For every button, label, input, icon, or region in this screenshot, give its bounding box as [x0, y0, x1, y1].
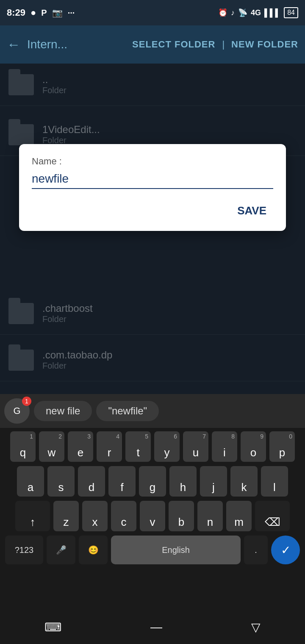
key-j[interactable]: j	[200, 466, 227, 497]
broadcast-icon: 📡	[238, 8, 247, 17]
status-left: 8:29 ● P 📷 ···	[7, 7, 75, 18]
keyboard-bottom-row: ?123 🎤 😊 English . ✓	[3, 536, 302, 564]
key-d[interactable]: d	[78, 466, 105, 497]
filename-input[interactable]	[32, 172, 273, 186]
status-bar: 8:29 ● P 📷 ··· ⏰ ♪ 📡 4G ▌▌▌ 84	[0, 0, 305, 25]
key-t[interactable]: 5 t	[125, 431, 151, 462]
key-e[interactable]: 3 e	[68, 431, 93, 462]
key-m[interactable]: m	[226, 501, 252, 531]
key-u[interactable]: 7 u	[183, 431, 208, 462]
signal-icon: ▌▌▌	[264, 8, 280, 17]
battery-icon: 84	[284, 7, 298, 18]
key-k[interactable]: k	[230, 466, 258, 497]
suggestions-bar: G 1 new file "newfile"	[0, 394, 305, 428]
key-y[interactable]: 6 y	[154, 431, 180, 462]
keyboard-row-2: a s d f g h j k l	[3, 466, 302, 497]
keyboard: G 1 new file "newfile" 1 q 2 w 3 e 4 r	[0, 394, 305, 644]
network-4g-icon: 4G	[251, 8, 261, 17]
key-h[interactable]: h	[169, 466, 197, 497]
key-f[interactable]: f	[108, 466, 136, 497]
key-q[interactable]: 1 q	[10, 431, 36, 462]
key-v[interactable]: v	[140, 501, 165, 531]
rename-dialog: Name : SAVE	[19, 144, 286, 231]
emoji-key[interactable]: 😊	[79, 536, 108, 564]
key-z[interactable]: z	[53, 501, 79, 531]
user-avatar: G 1	[4, 398, 30, 424]
keyboard-row-1: 1 q 2 w 3 e 4 r 5 t 6 y	[3, 431, 302, 462]
key-l[interactable]: l	[261, 466, 288, 497]
home-nav-button[interactable]: —	[150, 620, 162, 634]
select-folder-button[interactable]: SELECT FOLDER	[132, 39, 215, 50]
new-folder-button[interactable]: NEW FOLDER	[231, 39, 298, 50]
key-a[interactable]: a	[17, 466, 44, 497]
key-p[interactable]: 0 p	[269, 431, 295, 462]
period-key[interactable]: .	[244, 536, 268, 564]
bottom-navigation-bar: ⌨ — ▽	[0, 610, 305, 644]
status-time: 8:29	[7, 7, 25, 18]
confirm-key[interactable]: ✓	[271, 536, 300, 564]
toolbar-title: Intern...	[27, 38, 125, 51]
camera-icon: 📷	[52, 8, 63, 18]
shift-key[interactable]: ↑	[15, 501, 50, 531]
back-button[interactable]: ←	[7, 37, 20, 53]
key-b[interactable]: b	[169, 501, 194, 531]
key-g[interactable]: g	[139, 466, 166, 497]
key-o[interactable]: 9 o	[241, 431, 266, 462]
keyboard-row-3: ↑ z x c v b n m ⌫	[3, 501, 302, 531]
suggestion-newfile-quoted[interactable]: "newfile"	[96, 401, 159, 421]
language-key[interactable]: English	[111, 536, 241, 564]
dots-icon: ···	[68, 8, 75, 18]
save-button[interactable]: SAVE	[230, 201, 273, 221]
back-nav-button[interactable]: ▽	[251, 620, 261, 634]
key-n[interactable]: n	[197, 501, 223, 531]
key-r[interactable]: 4 r	[97, 431, 122, 462]
symbols-key[interactable]: ?123	[5, 536, 43, 564]
key-x[interactable]: x	[82, 501, 108, 531]
mic-key[interactable]: 🎤	[47, 536, 75, 564]
toolbar: ← Intern... SELECT FOLDER | NEW FOLDER	[0, 25, 305, 64]
dialog-name-label: Name :	[32, 156, 273, 167]
key-c[interactable]: c	[111, 501, 136, 531]
keyboard-rows: 1 q 2 w 3 e 4 r 5 t 6 y	[0, 428, 305, 564]
notification-badge: 1	[22, 397, 31, 406]
backspace-key[interactable]: ⌫	[255, 501, 290, 531]
whatsapp-icon: ●	[30, 7, 36, 18]
status-right: ⏰ ♪ 📡 4G ▌▌▌ 84	[218, 7, 298, 18]
key-i[interactable]: 8 i	[212, 431, 237, 462]
p-icon: P	[41, 8, 47, 18]
key-w[interactable]: 2 w	[39, 431, 64, 462]
suggestion-new-file[interactable]: new file	[34, 401, 92, 421]
key-s[interactable]: s	[47, 466, 75, 497]
alarm-icon: ⏰	[218, 8, 227, 17]
keyboard-nav-button[interactable]: ⌨	[44, 620, 61, 634]
music-icon: ♪	[231, 8, 235, 17]
